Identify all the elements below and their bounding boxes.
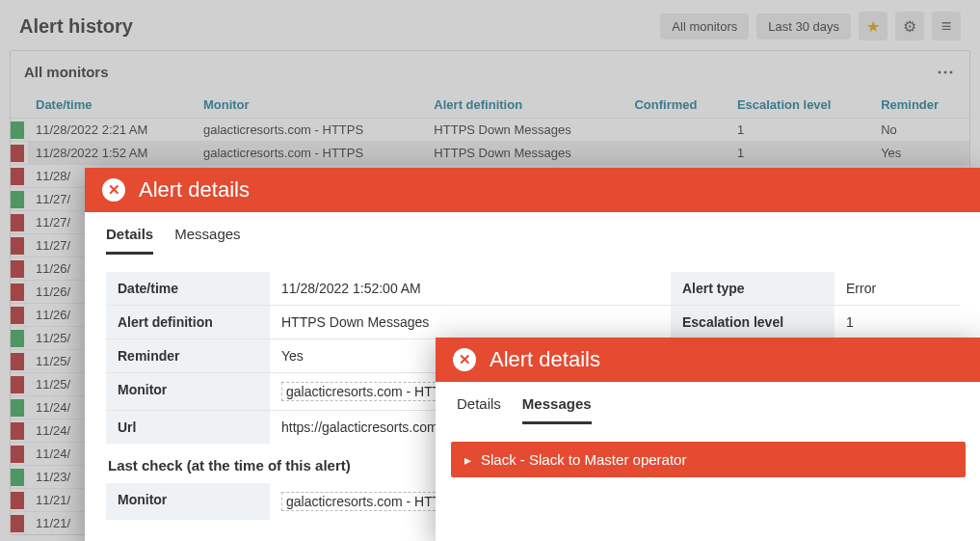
close-icon: ✕ [108,181,120,199]
detail-value: HTTPS Down Messages [270,306,671,338]
detail-label: Reminder [106,339,270,372]
detail-value: Error [834,272,960,305]
alert-messages-modal: ✕ Alert details Details Messages Slack -… [436,338,980,541]
detail-row: Alert definitionHTTPS Down Messages [106,305,671,338]
tab-messages[interactable]: Messages [174,226,240,255]
detail-label: Escalation level [671,306,834,338]
modal-header: ✕ Alert details [85,168,980,212]
detail-row: Escalation level1 [671,305,960,338]
close-button[interactable]: ✕ [102,178,125,202]
close-icon: ✕ [459,351,471,368]
detail-row: Date/time11/28/2022 1:52:00 AM [106,272,671,305]
message-row[interactable]: Slack - Slack to Master operator [451,442,966,477]
close-button[interactable]: ✕ [453,348,476,371]
tab-details[interactable]: Details [457,395,501,424]
modal2-header: ✕ Alert details [436,338,980,382]
detail-row: Alert typeError [671,272,960,305]
modal2-tabs: Details Messages [436,382,980,424]
detail-label: Alert type [671,272,834,305]
detail-value: 1 [834,306,960,338]
tab-messages[interactable]: Messages [522,395,592,424]
detail-label: Monitor [106,373,270,410]
modal2-title: Alert details [490,347,600,372]
detail-label: Url [106,411,270,444]
tab-details[interactable]: Details [106,226,153,255]
message-label: Slack - Slack to Master operator [481,451,686,468]
detail-value: 11/28/2022 1:52:00 AM [270,272,671,305]
modal-tabs: Details Messages [85,212,980,255]
detail-label: Monitor [106,483,270,520]
detail-label: Alert definition [106,306,270,338]
detail-label: Date/time [106,272,270,305]
modal-title: Alert details [139,177,250,203]
